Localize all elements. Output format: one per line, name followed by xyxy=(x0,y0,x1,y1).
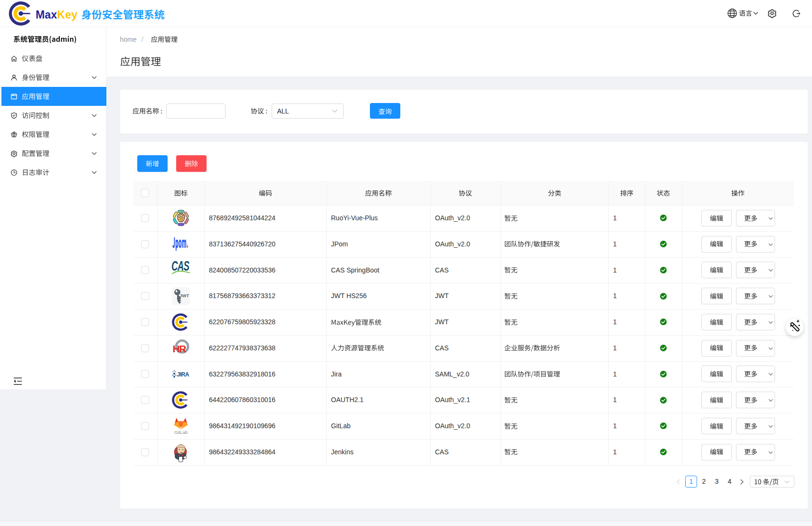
svg-text:GitLab: GitLab xyxy=(174,431,187,435)
svg-text:JWT: JWT xyxy=(179,292,189,298)
svg-text:JIRA: JIRA xyxy=(177,371,189,377)
svg-text:HR: HR xyxy=(172,343,186,354)
